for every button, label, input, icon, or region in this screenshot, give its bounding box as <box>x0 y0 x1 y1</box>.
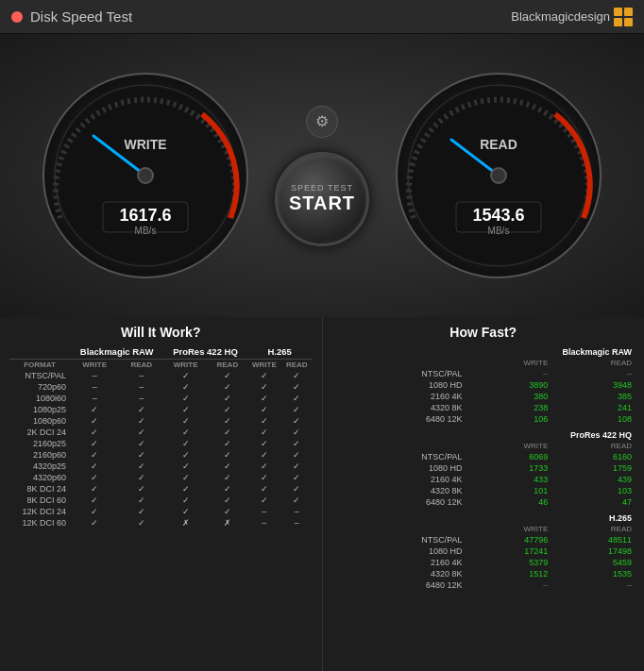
fast-row-label: 4320 8K <box>332 485 466 496</box>
format-name: 8K DCI 60 <box>9 495 70 506</box>
format-value: ✓ <box>163 495 208 506</box>
title-bar: Disk Speed Test Blackmagicdesign <box>0 0 644 34</box>
braw-write-header: WRITE <box>70 360 119 371</box>
format-value: ✓ <box>281 415 313 427</box>
h265-header: H.265 <box>247 345 313 360</box>
fast-row-label: 4320 8K <box>332 568 466 579</box>
fast-label-header <box>332 441 466 451</box>
format-value: – <box>70 370 119 381</box>
format-value: ✓ <box>247 381 281 393</box>
fast-label-header <box>332 358 466 368</box>
speed-test-label: SPEED TEST <box>291 183 353 193</box>
fast-section-name: H.265 <box>332 508 636 524</box>
format-value: ✓ <box>119 438 163 449</box>
format-value: ✓ <box>281 472 313 483</box>
format-value: ✓ <box>163 438 208 449</box>
format-name: 2160p25 <box>9 438 70 449</box>
format-value: – <box>281 506 313 517</box>
will-it-work-title: Will It Work? <box>9 325 313 340</box>
fast-write-val: 433 <box>466 474 551 485</box>
format-value: ✓ <box>247 427 281 438</box>
fast-read-val: 241 <box>551 402 635 413</box>
fast-row-label: 1080 HD <box>332 462 466 474</box>
fast-col-header: WRITE <box>466 441 551 451</box>
format-value: ✓ <box>119 483 163 495</box>
format-value: ✓ <box>281 393 313 404</box>
svg-point-5 <box>138 168 153 183</box>
read-gauge-display: READ 1543.6 MB/s <box>395 72 602 279</box>
format-value: ✓ <box>247 461 281 472</box>
read-gauge: READ 1543.6 MB/s <box>395 72 602 279</box>
format-value: ✓ <box>208 449 247 461</box>
fast-write-val: 380 <box>466 391 551 402</box>
fast-data-row: NTSC/PAL4779648511 <box>332 534 636 545</box>
format-value: ✓ <box>119 449 163 461</box>
format-value: ✓ <box>70 415 119 427</box>
format-value: ✓ <box>119 517 163 528</box>
fast-row-label: 4320 8K <box>332 402 466 413</box>
format-value: ✓ <box>70 438 119 449</box>
format-name: 12K DCI 60 <box>9 517 70 528</box>
fast-section-name: Blackmagic RAW <box>332 345 636 358</box>
prores-header: ProRes 422 HQ <box>163 345 246 360</box>
format-value: – <box>70 393 119 404</box>
fast-write-val: 238 <box>466 402 551 413</box>
fast-write-val: 17241 <box>466 545 551 557</box>
format-value: ✓ <box>281 449 313 461</box>
fast-read-val: 17498 <box>551 545 635 557</box>
fast-section-header: ProRes 422 HQ <box>332 425 636 441</box>
format-value: ✓ <box>208 370 247 381</box>
fast-write-val: 1733 <box>466 462 551 474</box>
format-col-header: FORMAT <box>9 360 70 371</box>
format-value: ✓ <box>208 495 247 506</box>
format-value: ✗ <box>208 517 247 528</box>
format-value: ✓ <box>281 427 313 438</box>
will-table-row: 1080i60––✓✓✓✓ <box>9 393 313 404</box>
app-title: Disk Speed Test <box>30 8 132 25</box>
title-bar-left: Disk Speed Test <box>11 8 132 25</box>
fast-data-row: 4320 8K238241 <box>332 402 636 413</box>
svg-point-15 <box>491 168 506 183</box>
will-table-row: NTSC/PAL––✓✓✓✓ <box>9 370 313 381</box>
will-table-row: 1080p60✓✓✓✓✓✓ <box>9 415 313 427</box>
how-fast-body: Blackmagic RAWWRITEREADNTSC/PAL––1080 HD… <box>332 345 636 591</box>
brand-logo: Blackmagicdesign <box>511 8 633 26</box>
brand-name: Blackmagicdesign <box>511 9 610 24</box>
fast-read-val: 1535 <box>551 568 635 579</box>
format-value: ✓ <box>208 427 247 438</box>
gauges-section: WRITE 1617.6 MB/s ⚙ SPEED TEST START <box>0 34 644 317</box>
fast-sub-header: WRITEREAD <box>332 524 636 534</box>
fast-data-row: 6480 12K106108 <box>332 413 636 425</box>
fast-write-val: – <box>466 579 551 591</box>
format-name: 1080p60 <box>9 415 70 427</box>
format-value: ✓ <box>163 370 208 381</box>
fast-col-header: READ <box>551 441 635 451</box>
fast-row-label: 6480 12K <box>332 496 466 508</box>
gear-icon: ⚙ <box>315 112 329 130</box>
format-value: ✓ <box>163 449 208 461</box>
fast-data-row: NTSC/PAL60696160 <box>332 451 636 462</box>
format-value: – <box>281 517 313 528</box>
prores-write-header: WRITE <box>163 360 208 371</box>
format-value: ✓ <box>70 427 119 438</box>
fast-read-val: – <box>551 368 635 379</box>
svg-text:1617.6: 1617.6 <box>119 206 171 225</box>
format-value: ✓ <box>208 506 247 517</box>
fast-row-label: NTSC/PAL <box>332 534 466 545</box>
format-value: ✓ <box>208 472 247 483</box>
fast-write-val: 1512 <box>466 568 551 579</box>
fast-data-row: 2160 4K380385 <box>332 391 636 402</box>
format-value: ✓ <box>70 404 119 415</box>
format-value: ✓ <box>119 472 163 483</box>
settings-button[interactable]: ⚙ <box>306 106 338 138</box>
format-value: ✓ <box>281 404 313 415</box>
fast-section-name: ProRes 422 HQ <box>332 425 636 441</box>
format-value: ✓ <box>70 517 119 528</box>
h265-read-header: READ <box>281 360 313 371</box>
fast-row-label: 2160 4K <box>332 557 466 568</box>
start-button[interactable]: SPEED TEST START <box>275 152 369 246</box>
close-button[interactable] <box>11 11 23 23</box>
format-value: ✓ <box>208 461 247 472</box>
format-value: ✓ <box>208 438 247 449</box>
will-table-row: 4320p25✓✓✓✓✓✓ <box>9 461 313 472</box>
